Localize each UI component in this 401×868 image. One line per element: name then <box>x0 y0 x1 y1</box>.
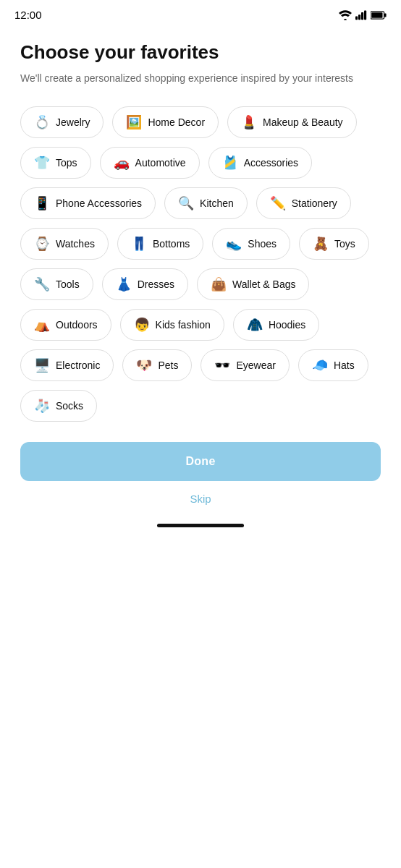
category-chip[interactable]: ✏️Stationery <box>256 187 351 219</box>
category-label: Kids fashion <box>156 319 211 331</box>
category-label: Bottoms <box>153 238 190 250</box>
category-chip[interactable]: 🧸Toys <box>299 228 369 260</box>
category-label: Socks <box>56 400 83 412</box>
category-chip[interactable]: 💄Makeup & Beauty <box>227 106 357 138</box>
category-chip[interactable]: ⌚Watches <box>20 228 109 260</box>
bottom-section: Done Skip <box>0 422 401 516</box>
category-chip[interactable]: 🕶️Eyewear <box>200 349 289 381</box>
svg-rect-2 <box>358 14 360 20</box>
category-chip[interactable]: 🐶Pets <box>122 349 192 381</box>
category-icon: 👖 <box>131 237 147 250</box>
category-chip[interactable]: 🧥Hoodies <box>233 309 319 341</box>
svg-rect-7 <box>371 12 382 18</box>
category-icon: 🐶 <box>136 359 152 372</box>
wifi-icon <box>339 10 352 20</box>
category-icon: 🚗 <box>114 156 130 169</box>
done-button[interactable]: Done <box>20 442 381 481</box>
category-icon: 🧦 <box>34 399 50 412</box>
category-chip[interactable]: 🚗Automotive <box>100 147 200 179</box>
category-icon: 🎽 <box>222 156 238 169</box>
category-label: Shoes <box>248 238 277 250</box>
svg-point-0 <box>344 18 347 20</box>
category-label: Jewelry <box>56 116 90 128</box>
category-label: Pets <box>158 359 178 371</box>
category-icon: 🖼️ <box>126 116 142 129</box>
page-title: Choose your favorites <box>20 41 381 64</box>
category-label: Hats <box>334 359 355 371</box>
category-label: Tools <box>56 278 80 290</box>
category-chip[interactable]: 💍Jewelry <box>20 106 104 138</box>
category-icon: 🧸 <box>313 237 329 250</box>
category-label: Eyewear <box>236 359 275 371</box>
categories-grid: 💍Jewelry🖼️Home Decor💄Makeup & Beauty👕Top… <box>20 106 381 422</box>
category-label: Kitchen <box>200 197 234 209</box>
category-chip[interactable]: 🔍Kitchen <box>164 187 248 219</box>
category-label: Dresses <box>138 278 174 290</box>
category-label: Watches <box>56 238 95 250</box>
category-chip[interactable]: 🔧Tools <box>20 268 93 300</box>
category-chip[interactable]: 🖼️Home Decor <box>112 106 219 138</box>
category-label: Home Decor <box>148 116 205 128</box>
category-icon: ⌚ <box>34 237 50 250</box>
svg-rect-4 <box>364 10 366 20</box>
category-label: Tops <box>56 157 77 169</box>
signal-icon <box>355 10 367 20</box>
category-icon: 🖥️ <box>34 359 50 372</box>
category-icon: 👕 <box>34 156 50 169</box>
category-chip[interactable]: ⛺Outdoors <box>20 309 111 341</box>
battery-icon <box>371 11 387 20</box>
category-chip[interactable]: 👟Shoes <box>212 228 290 260</box>
category-label: Outdoors <box>56 319 98 331</box>
category-icon: 🔧 <box>34 278 50 291</box>
category-icon: 👜 <box>211 278 227 291</box>
home-indicator <box>0 516 401 539</box>
main-content: Choose your favorites We'll create a per… <box>0 27 401 422</box>
category-icon: 💄 <box>241 116 257 129</box>
category-icon: 👦 <box>134 318 150 331</box>
svg-rect-6 <box>384 13 387 17</box>
skip-button[interactable]: Skip <box>20 481 381 516</box>
category-chip[interactable]: 👗Dresses <box>102 268 188 300</box>
page-subtitle: We'll create a personalized shopping exp… <box>20 71 381 86</box>
category-chip[interactable]: 🧢Hats <box>298 349 368 381</box>
category-label: Toys <box>334 238 355 250</box>
category-label: Automotive <box>135 157 186 169</box>
status-time: 12:00 <box>14 9 42 21</box>
category-label: Wallet & Bags <box>232 278 295 290</box>
category-chip[interactable]: 📱Phone Accessories <box>20 187 156 219</box>
category-label: Accessories <box>244 157 298 169</box>
home-bar <box>157 524 244 527</box>
category-chip[interactable]: 👕Tops <box>20 147 91 179</box>
category-label: Makeup & Beauty <box>263 116 343 128</box>
category-icon: 👗 <box>116 278 132 291</box>
category-chip[interactable]: 👜Wallet & Bags <box>197 268 309 300</box>
category-icon: 🧢 <box>312 359 328 372</box>
category-chip[interactable]: 👖Bottoms <box>117 228 203 260</box>
category-label: Phone Accessories <box>56 197 142 209</box>
category-icon: 👟 <box>226 237 242 250</box>
category-chip[interactable]: 👦Kids fashion <box>120 309 224 341</box>
category-icon: 🔍 <box>178 197 194 210</box>
svg-rect-3 <box>361 12 363 20</box>
category-icon: 📱 <box>34 197 50 210</box>
category-chip[interactable]: 🎽Accessories <box>208 147 312 179</box>
category-icon: 🧥 <box>247 318 263 331</box>
status-icons <box>339 10 387 20</box>
category-chip[interactable]: 🖥️Electronic <box>20 349 114 381</box>
category-label: Stationery <box>292 197 337 209</box>
category-icon: 🕶️ <box>214 359 230 372</box>
category-icon: ✏️ <box>270 197 286 210</box>
category-label: Electronic <box>56 359 100 371</box>
status-bar: 12:00 <box>0 0 401 27</box>
category-label: Hoodies <box>269 319 305 331</box>
category-icon: ⛺ <box>34 318 50 331</box>
category-chip[interactable]: 🧦Socks <box>20 390 97 422</box>
svg-rect-1 <box>355 16 358 20</box>
category-icon: 💍 <box>34 116 50 129</box>
